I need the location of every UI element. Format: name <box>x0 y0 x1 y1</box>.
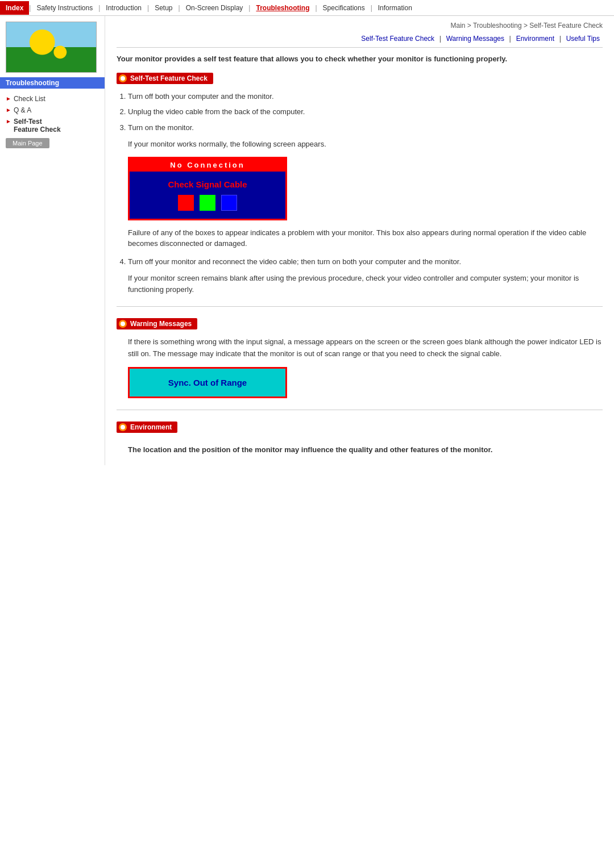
warning-paragraph: If there is something wrong with the inp… <box>128 336 603 360</box>
subnav-selftest[interactable]: Self-Test Feature Check <box>361 35 434 43</box>
color-block-red <box>178 195 194 211</box>
subnav-sep-3: | <box>559 34 561 43</box>
environment-badge-label: Environment <box>130 423 172 431</box>
divider-1 <box>117 306 603 307</box>
color-block-green <box>200 195 215 211</box>
note-1: If your monitor works normally, the foll… <box>128 139 603 150</box>
arrow-icon-qa: ► <box>6 107 11 113</box>
check-signal-label: Check Signal Cable <box>135 180 280 189</box>
step-3: Turn on the monitor. <box>128 122 603 133</box>
nav-item-troubleshooting[interactable]: Troubleshooting <box>250 1 315 15</box>
sidebar-item-qa[interactable]: ► Q & A <box>0 105 105 116</box>
no-connection-body: Check Signal Cable <box>130 172 285 219</box>
sidebar-item-label-selftest: Self-TestFeature Check <box>14 118 61 133</box>
breadcrumb: Main > Troubleshooting > Self-Test Featu… <box>117 22 603 30</box>
failure-text: Failure of any of the boxes to appear in… <box>128 227 591 249</box>
main-content: Main > Troubleshooting > Self-Test Featu… <box>105 16 614 465</box>
top-navigation: Index | Safety Instructions | Introducti… <box>0 0 614 16</box>
nav-item-information[interactable]: Information <box>372 1 418 15</box>
no-connection-title: No Connection <box>130 158 285 172</box>
warning-section-badge: Warning Messages <box>117 318 197 329</box>
subnav-environment[interactable]: Environment <box>516 35 554 43</box>
color-block-blue <box>221 195 237 211</box>
step4-list: Turn off your monitor and reconnect the … <box>128 256 603 268</box>
nav-item-setup[interactable]: Setup <box>149 1 178 15</box>
no-connection-box: No Connection Check Signal Cable <box>128 157 287 220</box>
divider-2 <box>117 410 603 410</box>
step-4: Turn off your monitor and reconnect the … <box>128 256 603 268</box>
arrow-icon-selftest: ► <box>6 118 11 124</box>
sidebar-thumbnail <box>6 22 96 72</box>
note-2: If your monitor screen remains blank aft… <box>128 273 603 295</box>
subnav-sep-1: | <box>439 34 441 43</box>
warning-badge-label: Warning Messages <box>130 320 192 328</box>
sidebar-image <box>6 22 97 73</box>
nav-item-safety[interactable]: Safety Instructions <box>31 1 98 15</box>
sub-navigation: Self-Test Feature Check | Warning Messag… <box>117 34 603 48</box>
selftest-section-badge: Self-Test Feature Check <box>117 73 213 84</box>
nav-item-osd[interactable]: On-Screen Display <box>180 1 249 15</box>
selftest-badge-label: Self-Test Feature Check <box>130 74 208 82</box>
subnav-usefultips[interactable]: Useful Tips <box>566 35 600 43</box>
step-1: Turn off both your computer and the moni… <box>128 91 603 102</box>
badge-dot-selftest <box>119 74 127 82</box>
subnav-warning[interactable]: Warning Messages <box>446 35 504 43</box>
color-blocks <box>135 195 280 211</box>
sidebar-item-label-checklist: Check List <box>14 95 45 103</box>
main-layout: Troubleshooting ► Check List ► Q & A ► S… <box>0 16 614 465</box>
sync-label: Sync. Out of Range <box>135 378 280 387</box>
arrow-icon: ► <box>6 95 11 102</box>
nav-item-introduction[interactable]: Introduction <box>100 1 147 15</box>
environment-section-badge: Environment <box>117 422 177 433</box>
main-page-button[interactable]: Main Page <box>6 138 49 148</box>
sidebar: Troubleshooting ► Check List ► Q & A ► S… <box>0 16 105 465</box>
badge-dot-warning <box>119 320 127 328</box>
nav-item-specifications[interactable]: Specifications <box>317 1 371 15</box>
steps-list: Turn off both your computer and the moni… <box>128 91 603 133</box>
step-2: Unplug the video cable from the back of … <box>128 106 603 118</box>
intro-paragraph: Your monitor provides a self test featur… <box>117 53 603 65</box>
environment-paragraph: The location and the position of the mon… <box>128 444 591 456</box>
sidebar-item-selftest[interactable]: ► Self-TestFeature Check <box>0 116 105 135</box>
subnav-sep-2: | <box>509 34 511 43</box>
sidebar-section-label: Troubleshooting <box>0 77 105 89</box>
sidebar-item-checklist[interactable]: ► Check List <box>0 93 105 105</box>
badge-dot-environment <box>119 423 127 431</box>
nav-item-index[interactable]: Index <box>0 1 29 15</box>
sidebar-item-label-qa: Q & A <box>14 106 31 114</box>
sync-box: Sync. Out of Range <box>128 367 287 398</box>
